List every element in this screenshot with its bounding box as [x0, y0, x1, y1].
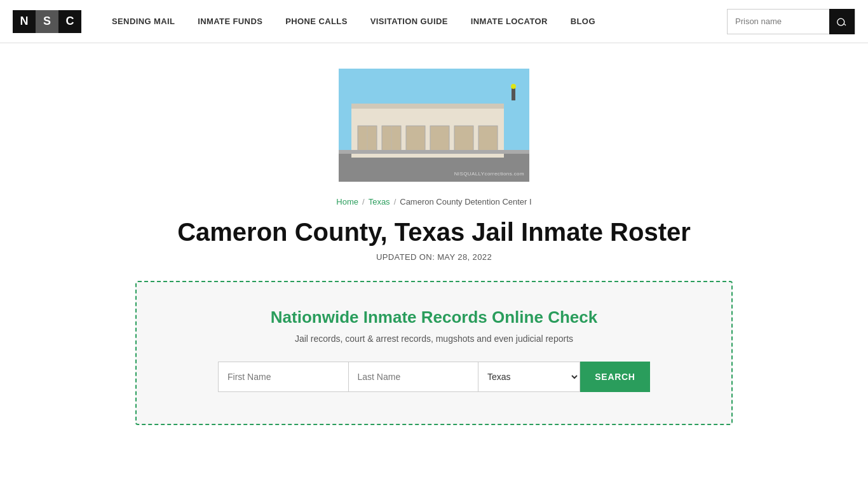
nav-sending-mail[interactable]: SENDING MAIL	[100, 0, 186, 43]
search-panel: Nationwide Inmate Records Online Check J…	[135, 281, 733, 425]
svg-rect-9	[478, 126, 498, 151]
breadcrumb-state[interactable]: Texas	[369, 197, 390, 207]
image-watermark: NISQUALLYcorrections.com	[454, 171, 524, 177]
nav-phone-calls[interactable]: PHONE CALLS	[274, 0, 358, 43]
header-search-button[interactable]	[829, 9, 855, 34]
inmate-search-form: AlabamaAlaskaArizonaArkansasCaliforniaCo…	[218, 362, 650, 392]
logo-n: N	[13, 10, 36, 33]
inmate-search-button[interactable]: SEARCH	[580, 362, 650, 392]
breadcrumb: Home / Texas / Cameron County Detention …	[336, 197, 531, 207]
svg-rect-14	[339, 150, 529, 154]
page-title: Cameron County, Texas Jail Inmate Roster	[177, 217, 691, 247]
state-select[interactable]: AlabamaAlaskaArizonaArkansasCaliforniaCo…	[478, 362, 580, 392]
logo-c: C	[58, 10, 81, 33]
svg-rect-8	[454, 126, 473, 151]
header-search	[727, 9, 855, 34]
nav-inmate-locator[interactable]: INMATE LOCATOR	[459, 0, 559, 43]
nav-visitation-guide[interactable]: VISITATION GUIDE	[359, 0, 459, 43]
breadcrumb-home[interactable]: Home	[336, 197, 358, 207]
breadcrumb-separator-1: /	[362, 197, 365, 207]
svg-point-13	[511, 84, 516, 89]
site-logo[interactable]: N S C	[13, 10, 81, 33]
first-name-input[interactable]	[218, 362, 348, 392]
breadcrumb-current: Cameron County Detention Center I	[400, 197, 531, 207]
nav-inmate-funds[interactable]: INMATE FUNDS	[186, 0, 274, 43]
search-icon	[837, 17, 847, 27]
main-content: NISQUALLYcorrections.com Home / Texas / …	[0, 43, 868, 425]
main-nav: SENDING MAIL INMATE FUNDS PHONE CALLS VI…	[100, 0, 727, 43]
panel-subtitle: Jail records, court & arrest records, mu…	[295, 334, 573, 344]
site-header: N S C SENDING MAIL INMATE FUNDS PHONE CA…	[0, 0, 868, 43]
breadcrumb-separator-2: /	[394, 197, 397, 207]
svg-rect-12	[512, 88, 515, 100]
panel-title: Nationwide Inmate Records Online Check	[271, 308, 597, 327]
svg-rect-7	[430, 126, 449, 151]
logo-s: S	[36, 10, 58, 33]
facility-image: NISQUALLYcorrections.com	[339, 69, 529, 182]
svg-rect-3	[351, 104, 504, 109]
last-name-input[interactable]	[348, 362, 479, 392]
svg-rect-6	[406, 126, 425, 151]
prison-name-input[interactable]	[728, 17, 829, 26]
updated-label: UPDATED ON: MAY 28, 2022	[376, 252, 492, 262]
nav-blog[interactable]: BLOG	[559, 0, 607, 43]
